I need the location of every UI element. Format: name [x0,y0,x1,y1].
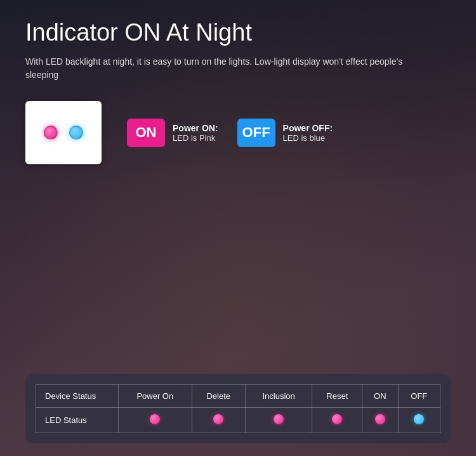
switch-image [25,101,102,164]
col-reset: Reset [312,385,362,408]
on-label: Power ON: [173,123,218,133]
cell-delete [192,408,245,433]
on-sublabel: LED is Pink [173,133,218,143]
page-subtitle: With LED backlight at night, it is easy … [25,55,406,82]
dot-off [414,414,424,424]
off-label: Power OFF: [283,123,333,133]
cell-inclusion [245,408,312,433]
page-title: Indicator ON At Night [25,19,451,46]
col-delete: Delete [192,385,245,408]
status-table: Device Status Power On Delete Inclusion … [36,384,440,433]
dot-power-on [150,414,160,424]
switch-led-right [69,126,83,140]
switch-led-left [44,126,58,140]
table-header-row: Device Status Power On Delete Inclusion … [36,385,440,408]
off-text: Power OFF: LED is blue [283,123,333,143]
state-off: OFF Power OFF: LED is blue [237,119,333,147]
col-device-status: Device Status [36,385,119,408]
table-row: LED Status [36,408,440,433]
demo-section: ON Power ON: LED is Pink OFF Power OFF: … [25,101,451,164]
cell-off [398,408,440,433]
state-indicators: ON Power ON: LED is Pink OFF Power OFF: … [127,119,333,147]
on-text: Power ON: LED is Pink [173,123,218,143]
col-inclusion: Inclusion [245,385,312,408]
cell-power-on [119,408,192,433]
table-container: Device Status Power On Delete Inclusion … [25,374,451,443]
cell-reset [312,408,362,433]
on-badge: ON [127,119,165,147]
dot-delete [213,414,223,424]
col-power-on: Power On [119,385,192,408]
col-on: ON [362,385,398,408]
state-on: ON Power ON: LED is Pink [127,119,218,147]
main-content: Indicator ON At Night With LED backlight… [0,0,476,209]
dot-on [375,414,385,424]
dot-inclusion [274,414,284,424]
row-label: LED Status [36,408,119,433]
off-sublabel: LED is blue [283,133,333,143]
col-off: OFF [398,385,440,408]
dot-reset [332,414,342,424]
cell-on [362,408,398,433]
off-badge: OFF [237,119,275,147]
